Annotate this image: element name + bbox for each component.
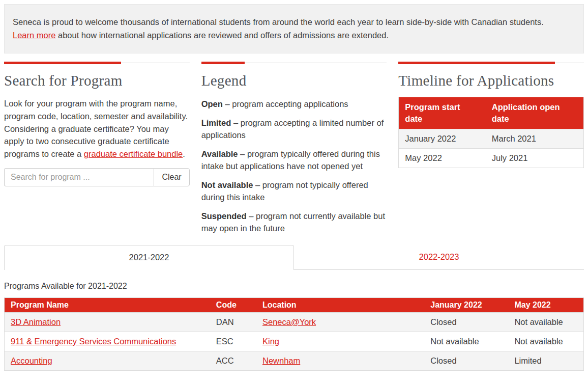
red-accent-bar [201, 62, 245, 64]
programs-table-caption: Programs Available for 2021-2022 [4, 282, 584, 291]
program-search-input[interactable] [4, 168, 154, 186]
legend-dash: – [249, 211, 253, 221]
tab-2022-2023[interactable]: 2022-2023 [294, 245, 584, 269]
timeline-table: Program start date Application open date… [398, 97, 584, 168]
red-accent-bar [398, 62, 555, 64]
may-status: Not available [508, 332, 583, 351]
timeline-row: May 2022 July 2021 [399, 149, 584, 168]
timeline-cell: July 2021 [486, 149, 584, 168]
year-tabs: 2021-2022 2022-2023 [4, 245, 584, 269]
legend-item-available: Available – program typically offered du… [201, 148, 387, 173]
program-code: DAN [210, 312, 256, 332]
graduate-certificate-bundle-link[interactable]: graduate certificate bundle [84, 149, 183, 158]
program-link[interactable]: 3D Animation [11, 317, 61, 326]
banner-text-line2: about how international applications are… [55, 31, 389, 40]
international-notice-banner: Seneca is proud to welcome thousands of … [4, 4, 584, 53]
tab-2021-2022[interactable]: 2021-2022 [4, 245, 294, 269]
legend-term: Limited [201, 118, 231, 127]
legend-item-suspended: Suspended – program not currently availa… [201, 210, 387, 235]
legend-item-not-available: Not available – program not typically of… [201, 179, 387, 204]
january-status: Not available [424, 332, 508, 351]
legend-desc: program accepting applications [232, 99, 348, 108]
red-accent-bar [4, 62, 121, 64]
search-description-period: . [183, 149, 185, 158]
january-status: Closed [424, 312, 508, 332]
may-status: Not available [508, 312, 583, 332]
legend-term: Available [201, 149, 238, 158]
clear-search-button[interactable]: Clear [154, 168, 189, 186]
program-link[interactable]: Accounting [11, 356, 52, 365]
page-container: Seneca is proud to welcome thousands of … [4, 4, 584, 371]
program-code: ESC [210, 332, 256, 351]
location-link[interactable]: King [262, 337, 279, 346]
column-divider [398, 63, 584, 65]
programs-header-row: Program Name Code Location January 2022 … [5, 297, 584, 312]
may-status: Limited [508, 351, 583, 370]
timeline-col-application-open: Application open date [486, 97, 584, 129]
programs-table: Program Name Code Location January 2022 … [4, 297, 584, 371]
search-heading: Search for Program [4, 72, 190, 89]
timeline-cell: May 2022 [399, 149, 486, 168]
timeline-header-row: Program start date Application open date [399, 97, 584, 129]
legend-dash: – [233, 118, 238, 127]
legend-dash: – [225, 99, 229, 108]
program-code: ACC [210, 351, 256, 370]
table-row: 911 & Emergency Services Communications … [5, 332, 584, 351]
location-link[interactable]: Seneca@York [262, 317, 316, 326]
timeline-cell: March 2021 [486, 129, 584, 149]
location-link[interactable]: Newnham [262, 356, 300, 365]
legend-term: Open [201, 99, 223, 108]
table-row: 3D Animation DAN Seneca@York Closed Not … [5, 312, 584, 332]
col-may-2022: May 2022 [508, 297, 583, 312]
legend-item-limited: Limited – program accepting a limited nu… [201, 117, 387, 142]
col-code: Code [210, 297, 256, 312]
legend-column: Legend Open – program accepting applicat… [201, 60, 387, 241]
legend-term: Suspended [201, 211, 247, 221]
learn-more-link[interactable]: Learn more [13, 31, 55, 40]
timeline-row: January 2022 March 2021 [399, 129, 584, 149]
january-status: Closed [424, 351, 508, 370]
program-search-group: Clear [4, 168, 190, 186]
timeline-column: Timeline for Applications Program start … [398, 60, 584, 241]
search-column: Search for Program Look for your program… [4, 60, 190, 241]
timeline-col-program-start: Program start date [399, 97, 486, 129]
program-link[interactable]: 911 & Emergency Services Communications [11, 337, 176, 346]
legend-term: Not available [201, 180, 253, 189]
legend-item-open: Open – program accepting applications [201, 98, 387, 111]
search-description: Look for your program with the program n… [4, 97, 190, 160]
column-divider [201, 63, 387, 65]
col-location: Location [256, 297, 424, 312]
legend-dash: – [240, 149, 245, 158]
legend-heading: Legend [201, 72, 387, 89]
timeline-heading: Timeline for Applications [398, 72, 584, 89]
legend-dash: – [255, 180, 260, 189]
col-january-2022: January 2022 [424, 297, 508, 312]
info-columns: Search for Program Look for your program… [4, 60, 584, 241]
table-row: Accounting ACC Newnham Closed Limited [5, 351, 584, 370]
banner-text-line1: Seneca is proud to welcome thousands of … [13, 17, 544, 26]
timeline-cell: January 2022 [399, 129, 486, 149]
col-program-name: Program Name [5, 297, 210, 312]
column-divider [4, 63, 190, 65]
